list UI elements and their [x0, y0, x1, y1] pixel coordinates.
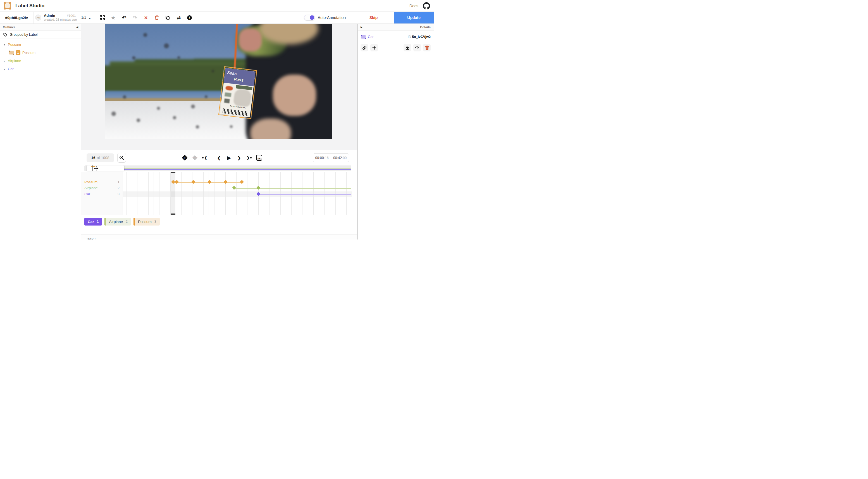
play-button[interactable]: ▶ [226, 155, 232, 161]
label-studio-logo-icon[interactable] [4, 2, 10, 9]
app-title: Label Studio [16, 3, 44, 9]
label-chip-possum[interactable]: Possum 3 [133, 218, 160, 226]
prev-frame-button[interactable]: ❮ [216, 155, 222, 161]
swap-icon[interactable]: ⇄ [175, 14, 182, 21]
total-time: 00:42:00 [331, 156, 349, 160]
views-grid-icon[interactable] [99, 14, 105, 21]
region-id: ID 5o_lvCVjw2 [408, 35, 431, 39]
track-lane-possum[interactable] [126, 179, 352, 185]
reset-icon[interactable]: ✕ [143, 14, 149, 21]
update-button[interactable]: Update [394, 12, 434, 24]
expand-arrow-icon[interactable]: ▸ [4, 68, 8, 70]
track-lane-car[interactable] [126, 191, 352, 197]
visibility-icon[interactable] [413, 44, 421, 52]
track-label-car[interactable]: Car3 [84, 192, 120, 196]
selected-region-label: Car [368, 35, 374, 39]
annotation-id: #1001 [67, 14, 76, 18]
star-icon[interactable]: ★ [110, 14, 117, 21]
seekbar[interactable] [84, 166, 351, 171]
track-label-possum[interactable]: Possum1 [84, 180, 120, 184]
panel-divider-scrollbar[interactable] [356, 24, 358, 239]
annotator-name: Admin [44, 14, 55, 18]
region-bounding-box[interactable]: SeasPass RATATOUIL BOWL [218, 66, 257, 119]
task-id[interactable]: #9pb8Lgs2iv [0, 12, 33, 24]
expand-arrow-icon[interactable]: ▸ [4, 60, 8, 62]
region-count-badge: 1 [16, 50, 21, 55]
tree-region-possum[interactable]: 1 Possum [0, 49, 81, 57]
keyframe-span [234, 188, 351, 189]
keyframe-diamond[interactable] [232, 186, 236, 190]
delete-annotation-icon[interactable] [153, 14, 160, 21]
seekbar-car-span [96, 169, 351, 170]
label-chip-car[interactable]: Car 1 [84, 218, 102, 226]
github-icon[interactable] [423, 2, 430, 9]
toggle-knob [310, 16, 314, 20]
grouping-label: Grouped by Label [10, 33, 37, 37]
labels-bar: Car 1 Airplane 2 Possum 3 [81, 218, 160, 226]
region-thumb-icon [9, 51, 14, 55]
grouping-selector[interactable]: Grouped by Label [0, 31, 81, 39]
skip-button[interactable]: Skip [353, 12, 394, 24]
keyframe-diamond[interactable] [256, 192, 260, 196]
add-relation-icon[interactable] [370, 44, 378, 52]
details-panel: ▶ Details Car ID 5o_lvCVjw2 [358, 24, 434, 239]
auto-annotation-toggle[interactable] [304, 15, 315, 21]
keyframe-diamond[interactable] [171, 180, 175, 184]
keyframe-diamond[interactable] [240, 180, 244, 184]
group-label: Car [8, 67, 14, 71]
tree-group-airplane[interactable]: ▸ Airplane [0, 57, 81, 65]
magnifier-plus-icon [119, 155, 124, 160]
annotation-toolbar: #9pb8Lgs2iv AD Admin #1001 created, 25 m… [0, 12, 434, 24]
seekbar-viewport-window[interactable] [87, 166, 124, 171]
track-lane-airplane[interactable] [126, 185, 352, 191]
add-keyframe-button[interactable] [182, 155, 188, 161]
video-hand-raised [239, 29, 261, 52]
keyframe-diamond[interactable] [224, 180, 227, 184]
toggle-interpolation-button[interactable] [192, 155, 198, 161]
tree-group-possum[interactable]: ▾ Possum [0, 40, 81, 49]
chip-label: Car [88, 220, 94, 224]
next-keyframe-button[interactable]: ❯ [246, 155, 252, 161]
collapse-timeline-button[interactable]: ⌄ [256, 155, 262, 161]
video-frame[interactable]: SeasPass RATATOUIL BOWL [105, 24, 332, 139]
annotation-pager[interactable]: 1/1 ⌄ [81, 12, 91, 24]
group-label: Airplane [8, 59, 21, 63]
keyframe-diamond[interactable] [256, 186, 260, 190]
next-frame-button[interactable]: ❯ [236, 155, 242, 161]
keyframe-diamond[interactable] [208, 180, 211, 184]
redo-icon[interactable]: ↷ [131, 14, 138, 21]
prev-keyframe-button[interactable]: ❮ [202, 155, 208, 161]
keyframe-span [258, 194, 351, 195]
regions-tree: ▾ Possum 1 Possum ▸ Airplane ▸ Car [0, 39, 81, 73]
timestamps: 00:00:16 00:42:00 [313, 153, 349, 162]
group-label: Possum [8, 42, 21, 47]
label-chip-airplane[interactable]: Airplane 2 [104, 218, 131, 226]
tree-group-car[interactable]: ▸ Car [0, 65, 81, 73]
top-header: Label Studio Docs [0, 0, 434, 12]
chip-hotkey: 2 [126, 220, 128, 223]
annotation-info[interactable]: AD Admin #1001 created, 25 minutes ago [33, 12, 80, 24]
selected-region-row[interactable]: Car ID 5o_lvCVjw2 [358, 31, 434, 39]
outliner-title: Outliner [3, 25, 15, 29]
move-cursor-icon [94, 166, 99, 171]
expand-panel-icon[interactable]: ▶ [361, 26, 363, 29]
keyframe-diamond[interactable] [175, 180, 179, 184]
delete-region-icon[interactable] [423, 44, 431, 52]
track-label-airplane[interactable]: Airplane2 [84, 186, 120, 190]
expand-arrow-icon[interactable]: ▾ [4, 43, 8, 46]
region-thumb-icon [361, 35, 366, 38]
timeline-controls: 16 of 1008 ❮ ❮ ▶ ❯ ❯ ⌄ 00:00:16 00:42:00 [81, 151, 356, 165]
duplicate-icon[interactable] [164, 14, 171, 21]
timeline-tracks[interactable]: Possum1Airplane2Car3 [81, 172, 356, 215]
docs-link[interactable]: Docs [409, 4, 418, 8]
link-icon[interactable] [361, 44, 368, 52]
lock-icon[interactable] [404, 44, 411, 52]
seekbar-playhead[interactable] [92, 166, 93, 171]
current-time[interactable]: 00:00:16 [313, 156, 331, 160]
collapse-panel-icon[interactable]: ◀ [76, 26, 78, 29]
undo-icon[interactable]: ↶ [121, 14, 127, 21]
keyframe-diamond[interactable] [191, 180, 195, 184]
zoom-in-button[interactable] [117, 153, 126, 163]
info-icon[interactable]: i [186, 14, 193, 21]
frame-counter[interactable]: 16 of 1008 [87, 153, 114, 162]
